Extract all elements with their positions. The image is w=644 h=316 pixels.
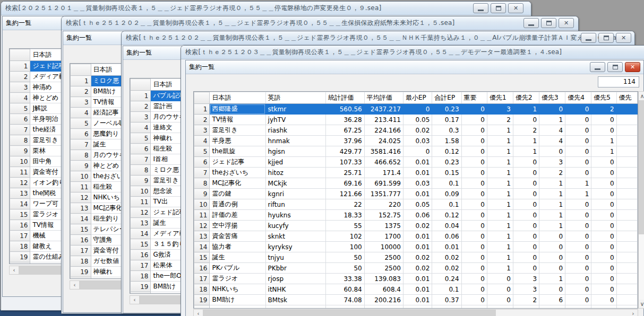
min-ep-cell[interactable]: 0.02: [403, 252, 432, 263]
stat-eval-cell[interactable]: 33.38: [326, 274, 364, 284]
row-number-cell[interactable]: 15: [194, 252, 210, 263]
priority5-cell[interactable]: 0: [591, 263, 616, 274]
english-cell[interactable]: kucyfy: [265, 221, 326, 231]
japanese-cell[interactable]: 誕生: [210, 252, 265, 263]
cell[interactable]: [539, 305, 565, 309]
column-header[interactable]: 優先: [616, 92, 637, 104]
priority1-cell[interactable]: 3: [487, 104, 513, 115]
table-row[interactable]: 13資金苦痛sknkt10217000.010.06010000: [194, 231, 638, 242]
row-number-cell[interactable]: 10: [194, 199, 210, 210]
row-number-cell[interactable]: 18: [194, 284, 210, 295]
priority4-cell[interactable]: 0: [565, 199, 591, 210]
priority1-cell[interactable]: 1: [487, 231, 513, 242]
english-cell[interactable]: MCkjk: [265, 178, 326, 189]
english-cell[interactable]: kgnri: [265, 189, 326, 199]
stat-eval-cell[interactable]: 107.33: [326, 157, 364, 168]
min-ep-cell[interactable]: 0.05: [403, 199, 432, 210]
avg-eval-cell[interactable]: 139.083: [364, 274, 403, 284]
english-cell[interactable]: kyryksy: [265, 242, 326, 252]
column-header[interactable]: 優先1: [487, 92, 513, 104]
priority1-cell[interactable]: 1: [487, 221, 513, 231]
list-corner-cell[interactable]: [71, 64, 91, 76]
important-cell[interactable]: 0: [461, 284, 487, 295]
row-number-cell[interactable]: 6: [71, 129, 91, 139]
important-cell[interactable]: 0: [461, 252, 487, 263]
priority2-cell[interactable]: 2: [513, 295, 539, 305]
scrollbar-thumb[interactable]: [639, 100, 644, 234]
row-number-cell[interactable]: 14: [10, 199, 30, 209]
row-number-cell[interactable]: 11: [194, 210, 210, 221]
total-ep-cell[interactable]: 0.12: [432, 146, 461, 157]
priority5-cell[interactable]: 0: [591, 221, 616, 231]
priority6-cell[interactable]: [616, 274, 637, 284]
priority6-cell[interactable]: [616, 104, 637, 115]
row-number-cell[interactable]: 1: [194, 104, 210, 115]
priority6-cell[interactable]: [616, 136, 637, 146]
priority6-cell[interactable]: [616, 157, 637, 168]
table-row-partial[interactable]: [194, 305, 638, 309]
priority2-cell[interactable]: 0: [513, 178, 539, 189]
japanese-cell[interactable]: the凱旋: [210, 146, 265, 157]
english-cell[interactable]: jyhTV: [265, 115, 326, 125]
total-ep-cell[interactable]: 0.15: [432, 168, 461, 178]
scrollbar-track[interactable]: [639, 234, 644, 300]
priority4-cell[interactable]: 0: [565, 221, 591, 231]
priority3-cell[interactable]: 1: [539, 210, 565, 221]
english-cell[interactable]: hgisn: [265, 146, 326, 157]
japanese-cell[interactable]: MC記事化: [210, 178, 265, 189]
avg-eval-cell[interactable]: 2437.217: [364, 104, 403, 115]
min-ep-cell[interactable]: 0.01: [403, 284, 432, 295]
row-number-cell[interactable]: 7: [131, 154, 151, 165]
row-number-cell[interactable]: 15: [71, 224, 91, 235]
japanese-cell[interactable]: 半身悪: [210, 136, 265, 146]
total-ep-cell[interactable]: 0.02: [432, 252, 461, 263]
total-ep-cell[interactable]: 1.58: [432, 136, 461, 146]
row-number-cell[interactable]: 1: [71, 76, 91, 86]
main-search-window[interactable]: 検索[ｔｈｅ２５１２０３＿＿質量制御再現公表１，５＿＿ジェド霊界ラジオ再現０，５…: [181, 45, 644, 316]
row-number-cell[interactable]: 18: [71, 256, 91, 267]
important-cell[interactable]: 0: [461, 274, 487, 284]
column-header[interactable]: 優先4: [565, 92, 591, 104]
total-ep-cell[interactable]: 0.06: [432, 231, 461, 242]
close-button[interactable]: ✕: [616, 33, 631, 43]
avg-eval-cell[interactable]: 171.4: [364, 168, 403, 178]
cell[interactable]: [513, 305, 539, 309]
table-row[interactable]: 14協力者kyryksy100100000.010.01010000: [194, 242, 638, 252]
min-ep-cell[interactable]: 0.01: [403, 189, 432, 199]
priority2-cell[interactable]: 0: [513, 231, 539, 242]
priority6-cell[interactable]: [616, 189, 637, 199]
priority1-cell[interactable]: 1: [487, 136, 513, 146]
row-number-cell[interactable]: 13: [10, 188, 30, 199]
total-ep-cell[interactable]: 0.1: [432, 199, 461, 210]
row-number-cell[interactable]: 14: [131, 229, 151, 239]
priority4-cell[interactable]: 0: [565, 136, 591, 146]
min-ep-cell[interactable]: 0.01: [403, 274, 432, 284]
row-number-cell[interactable]: 8: [10, 135, 30, 146]
cell[interactable]: [616, 305, 637, 309]
total-ep-cell[interactable]: 0.02: [432, 263, 461, 274]
avg-eval-cell[interactable]: 691.599: [364, 178, 403, 189]
column-header[interactable]: 優先5: [591, 92, 616, 104]
row-number-cell[interactable]: 11: [10, 167, 30, 178]
priority3-cell[interactable]: 1: [539, 115, 565, 125]
row-number-cell[interactable]: 7: [10, 125, 30, 135]
avg-eval-cell[interactable]: 608.4: [364, 284, 403, 295]
priority5-cell[interactable]: 0: [591, 252, 616, 263]
row-number-cell[interactable]: 2: [131, 101, 151, 112]
row-number-cell[interactable]: 3: [10, 82, 30, 93]
avg-eval-cell[interactable]: 466.652: [364, 157, 403, 168]
table-row[interactable]: 1西郷隆盛stkmr560.562437.21700.23031002: [194, 104, 638, 115]
priority5-cell[interactable]: 0: [591, 157, 616, 168]
row-number-cell[interactable]: [131, 292, 151, 294]
row-number-cell[interactable]: 16: [131, 250, 151, 260]
priority6-cell[interactable]: [616, 199, 637, 210]
japanese-cell[interactable]: PKバブル: [210, 263, 265, 274]
important-cell[interactable]: 0: [461, 295, 487, 305]
priority5-cell[interactable]: 0: [591, 189, 616, 199]
priority6-cell[interactable]: [616, 263, 637, 274]
stat-eval-cell[interactable]: 50: [326, 263, 364, 274]
row-number-cell[interactable]: 12: [131, 207, 151, 218]
priority3-cell[interactable]: 3: [539, 157, 565, 168]
important-cell[interactable]: 0: [461, 136, 487, 146]
row-number-cell[interactable]: 16: [71, 235, 91, 245]
